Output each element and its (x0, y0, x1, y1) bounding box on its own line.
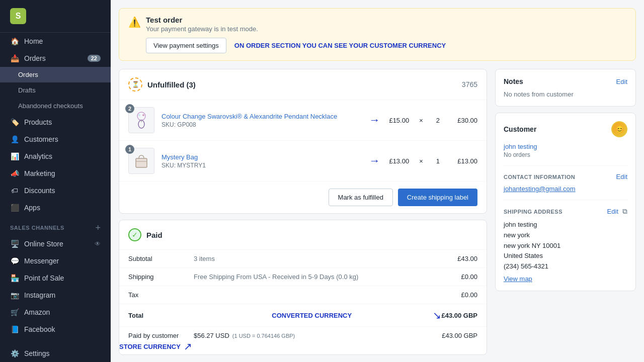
sidebar-marketing-label: Marketing (24, 169, 55, 177)
notes-edit-button[interactable]: Edit (616, 78, 627, 85)
online-store-eye-icon: 👁 (95, 240, 101, 247)
apps-icon: ⬛ (10, 203, 19, 212)
sidebar-apps-label: Apps (24, 204, 40, 212)
item-1-name[interactable]: Colour Change Swarovski® & Alexandrite P… (162, 113, 360, 120)
unfulfilled-title: Unfulfilled (3) (147, 80, 457, 89)
item-1-total: £30.00 (450, 117, 477, 124)
instagram-label: Instagram (24, 291, 55, 299)
notes-title: Notes (504, 77, 523, 85)
sidebar-item-analytics[interactable]: 📊 Analytics (0, 148, 111, 165)
sidebar-item-drafts[interactable]: Drafts (0, 82, 111, 98)
sidebar-item-home[interactable]: 🏠 Home (0, 33, 111, 50)
sidebar-item-discounts[interactable]: 🏷 Discounts (0, 182, 111, 199)
test-order-actions: View payment settings ON ORDER SECTION Y… (146, 38, 626, 53)
facebook-icon: 📘 (10, 325, 19, 334)
mark-fulfilled-button[interactable]: Mark as fulfilled (329, 189, 393, 206)
item-2-qty: × (419, 157, 423, 165)
item-2-price: £13.00 (389, 157, 409, 165)
sidebar-item-marketing[interactable]: 📣 Marketing (0, 165, 111, 182)
sidebar-item-online-store[interactable]: 🖥️ Online Store 👁 (0, 235, 111, 252)
unfulfilled-card: ⏳ Unfulfilled (3) 3765 (119, 69, 487, 214)
sidebar-item-pos[interactable]: 🏪 Point of Sale (0, 269, 111, 287)
shipping-title: SHIPPING ADDRESS (504, 209, 562, 215)
test-order-title: Test order (146, 16, 626, 24)
shipping-header: SHIPPING ADDRESS Edit ⧉ (504, 207, 627, 216)
tax-amount: £0.00 (447, 291, 477, 299)
sidebar-item-settings[interactable]: ⚙️ Settings (0, 345, 111, 362)
item-2-image-wrap: 1 (128, 148, 154, 174)
amazon-icon: 🛒 (10, 308, 19, 317)
sidebar-item-instagram[interactable]: 📷 Instagram (0, 287, 111, 304)
settings-label: Settings (24, 349, 50, 357)
view-payment-settings-button[interactable]: View payment settings (146, 38, 226, 53)
paid-by-label: Paid by customer (128, 332, 194, 339)
orders-badge: 22 (88, 55, 101, 62)
paid-gbp: £43.00 GBP (442, 332, 477, 339)
test-order-content: Test order Your payment gateway is in te… (146, 16, 626, 53)
shipping-edit-button[interactable]: Edit (607, 208, 618, 215)
contact-header: CONTACT INFORMATION Edit (504, 173, 627, 180)
item-1-image-wrap: 2 (128, 107, 154, 133)
sidebar-item-messenger[interactable]: 💬 Messenger (0, 252, 111, 269)
sidebar-drafts-label: Drafts (18, 86, 36, 94)
contact-edit-button[interactable]: Edit (616, 173, 627, 180)
customer-title: Customer (504, 125, 536, 133)
add-sales-channel-button[interactable]: + (95, 223, 101, 232)
contact-email[interactable]: johantesting@gmail.com (504, 185, 576, 193)
shipping-address: john testing new york new york NY 10001 … (504, 220, 627, 272)
sidebar-item-orders-label: Orders (24, 54, 46, 62)
item-1-qty: × (419, 117, 423, 124)
item-2-sku: SKU: MYSTRY1 (162, 162, 360, 169)
order-item-1: 2 Colour Change Swarovski® & Alexandrite… (119, 100, 487, 141)
sales-channels-label: SALES CHANNELS (10, 225, 64, 231)
sidebar-item-customers[interactable]: 👤 Customers (0, 131, 111, 148)
customer-name-link[interactable]: john testing (504, 143, 537, 150)
analytics-icon: 📊 (10, 152, 19, 161)
sidebar-item-facebook[interactable]: 📘 Facebook (0, 321, 111, 338)
sidebar-item-amazon[interactable]: 🛒 Amazon (0, 304, 111, 321)
tax-label: Tax (128, 291, 194, 299)
paid-customer-row: Paid by customer $56.27 USD (1 USD = 0.7… (119, 327, 487, 354)
products-icon: 🏷️ (10, 118, 19, 127)
total-label: Total (128, 312, 194, 319)
warning-icon: ⚠️ (128, 16, 141, 28)
copy-address-button[interactable]: ⧉ (622, 207, 627, 216)
customer-name[interactable]: john testing (504, 142, 627, 150)
paid-header: ✓ Paid (119, 220, 487, 250)
create-shipping-label-button[interactable]: Create shipping label (398, 189, 477, 206)
settings-icon: ⚙️ (10, 349, 19, 358)
avatar-icon: 😊 (615, 125, 624, 133)
svg-rect-5 (136, 158, 147, 167)
subtotal-label: Subtotal (128, 255, 194, 262)
instagram-icon: 📷 (10, 291, 19, 300)
converted-currency-arrow: ↘ (433, 309, 441, 321)
discounts-icon: 🏷 (10, 186, 19, 195)
online-store-label: Online Store (24, 240, 63, 248)
subtotal-amount: £43.00 (447, 255, 477, 262)
sidebar-item-orders-sub[interactable]: Orders (0, 67, 111, 82)
item-2-badge: 1 (125, 145, 134, 154)
orders-icon: 📥 (10, 54, 19, 63)
item-2-arrow: → (369, 154, 380, 167)
notes-card-header: Notes Edit (504, 77, 627, 85)
address-country: United States (504, 251, 627, 261)
store-currency-annotation-wrap: STORE CURRENCY ↗ (119, 340, 192, 352)
view-map-link[interactable]: View map (504, 275, 627, 283)
sidebar-item-orders[interactable]: 📥 Orders 22 (0, 50, 111, 67)
item-2-name[interactable]: Mystery Bag (162, 153, 360, 161)
home-icon: 🏠 (10, 37, 19, 46)
item-1-sku: SKU: GP008 (162, 121, 360, 128)
sidebar-item-abandoned[interactable]: Abandoned checkouts (0, 98, 111, 114)
svg-point-2 (138, 114, 140, 116)
converted-currency-annotation: CONVERTED CURRENCY (194, 312, 430, 319)
shipping-section: SHIPPING ADDRESS Edit ⧉ john testing new… (504, 200, 627, 283)
pos-icon: 🏪 (10, 274, 19, 283)
sales-channels-section: SALES CHANNELS + (0, 216, 111, 235)
address-city: new york (504, 230, 627, 241)
svg-point-0 (137, 112, 145, 120)
sidebar-analytics-label: Analytics (24, 152, 52, 160)
shipping-label: Shipping (128, 273, 194, 281)
currency-annotation: ON ORDER SECTION YOU CAN SEE YOUR CUSTOM… (234, 42, 446, 49)
sidebar-item-products[interactable]: 🏷️ Products (0, 114, 111, 131)
sidebar-item-apps[interactable]: ⬛ Apps (0, 199, 111, 216)
